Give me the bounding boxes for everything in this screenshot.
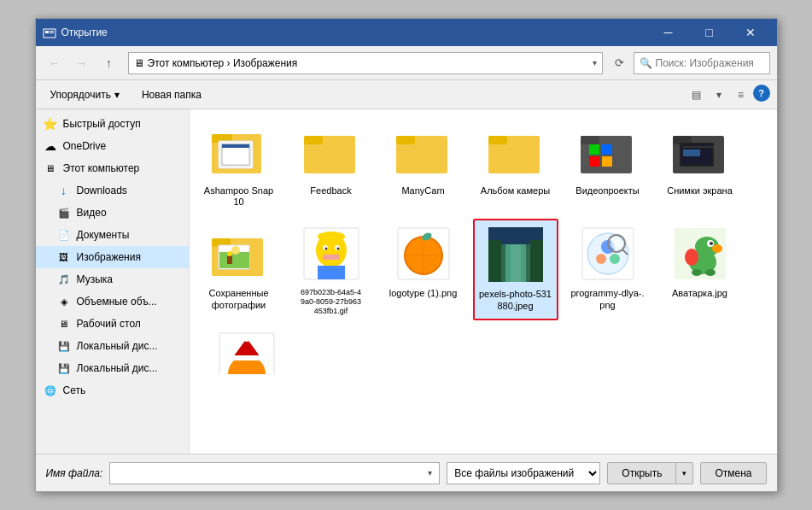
svg-rect-17 — [581, 136, 599, 144]
svg-point-74 — [692, 269, 702, 276]
sidebar-item-documents[interactable]: 📄 Документы — [36, 224, 189, 246]
file-item-avatarka[interactable]: Аватарка.jpg — [657, 219, 743, 319]
screenshots-label: Снимки экрана — [667, 185, 733, 196]
sidebar-item-label: Локальный диc... — [77, 362, 158, 374]
feedback-icon — [301, 120, 362, 182]
file-item-programmy[interactable]: programmy-dlya-.png — [565, 219, 651, 319]
minimize-button[interactable]: ─ — [649, 19, 688, 46]
svg-rect-26 — [683, 146, 714, 148]
file-item-saved-photos[interactable]: Сохраненныефотографии — [196, 219, 282, 319]
search-input[interactable] — [656, 57, 784, 69]
sidebar-item-3d[interactable]: ◈ Объемные объ... — [36, 290, 189, 313]
programmy-icon — [577, 223, 639, 284]
svg-rect-41 — [323, 255, 340, 260]
local-c-icon: 💾 — [56, 341, 72, 352]
file-item-gif[interactable]: 697b023b-64a5-49a0-8059-27b963453fb1.gif — [289, 219, 374, 319]
file-item-album[interactable]: Альбом камеры — [473, 116, 558, 212]
sidebar-item-label: OneDrive — [63, 140, 107, 152]
organize-button[interactable]: Упорядочить ▾ — [43, 84, 127, 106]
svg-rect-20 — [589, 156, 599, 167]
svg-point-40 — [336, 248, 339, 250]
sidebar-item-label: Музыка — [77, 273, 113, 285]
open-button-group: Открыть ▾ — [607, 462, 693, 484]
refresh-button[interactable]: ⟳ — [610, 53, 630, 73]
back-button[interactable]: ← — [43, 53, 67, 73]
sidebar-item-network[interactable]: 🌐 Сеть — [36, 379, 189, 402]
main-area: ⭐ Быстрый доступ ☁ OneDrive 🖥 Этот компь… — [36, 109, 777, 454]
sidebar-item-label: Видео — [77, 207, 107, 219]
close-button[interactable]: ✕ — [731, 19, 770, 46]
search-box: 🔍 — [634, 52, 770, 74]
manycam-label: ManyCam — [401, 185, 444, 196]
view-button-dropdown[interactable]: ▾ — [709, 85, 729, 105]
sidebar-item-label: Сеть — [63, 384, 86, 396]
maximize-button[interactable]: □ — [690, 19, 729, 46]
address-dropdown-icon[interactable]: ▾ — [593, 58, 597, 67]
window-icon — [43, 26, 56, 39]
sidebar-item-downloads[interactable]: ↓ Downloads — [36, 179, 189, 202]
up-button[interactable]: ↑ — [97, 53, 121, 73]
window-title: Открытие — [61, 26, 649, 38]
svg-rect-31 — [219, 252, 249, 268]
svg-rect-18 — [589, 144, 599, 155]
svg-rect-33 — [227, 255, 232, 264]
vidproj-label: Видеопроекты — [575, 185, 639, 196]
svg-point-80 — [243, 335, 250, 342]
svg-rect-45 — [318, 266, 345, 279]
address-bar[interactable]: 🖥 Этот компьютер › Изображения ▾ — [128, 52, 603, 74]
view-button-grid[interactable]: ▤ — [686, 85, 707, 105]
svg-rect-57 — [511, 244, 521, 282]
file-item-manycam[interactable]: ManyCam — [381, 116, 466, 212]
file-item-pexels[interactable]: pexels-photo-531880.jpeg — [473, 219, 558, 319]
file-item-vidproj[interactable]: Видеопроекты — [565, 116, 651, 212]
filename-label: Имя файла: — [46, 467, 103, 479]
sidebar-item-label: Объемные объ... — [77, 296, 157, 308]
svg-point-72 — [710, 242, 713, 245]
view-button-details[interactable]: ≡ — [731, 85, 751, 105]
file-item-logotype[interactable]: logotype (1).png — [381, 219, 466, 319]
filename-input[interactable] — [114, 467, 424, 479]
sidebar-item-onedrive[interactable]: ☁ OneDrive — [36, 135, 189, 157]
images-icon: 🖼 — [56, 252, 72, 262]
help-button[interactable]: ? — [753, 85, 770, 102]
svg-point-61 — [596, 254, 606, 264]
file-item-orange-hat[interactable] — [196, 327, 282, 382]
local-d-icon: 💾 — [56, 363, 72, 374]
organize-label: Упорядочить — [50, 89, 111, 101]
logotype-icon — [393, 223, 454, 284]
sidebar-item-desktop[interactable]: 🖥 Рабочий стол — [36, 313, 189, 335]
sidebar-item-quick-access[interactable]: ⭐ Быстрый доступ — [36, 113, 189, 135]
orange-hat-icon — [216, 331, 277, 374]
svg-rect-13 — [396, 136, 415, 144]
search-icon: 🔍 — [640, 57, 652, 69]
pexels-icon — [485, 224, 546, 285]
svg-point-62 — [610, 254, 620, 264]
video-icon: 🎬 — [56, 208, 72, 219]
svg-rect-11 — [304, 136, 323, 144]
file-item-ashampoo[interactable]: Ashampoo Snap10 — [196, 116, 282, 212]
svg-rect-15 — [488, 136, 507, 144]
svg-point-39 — [324, 248, 327, 250]
open-button[interactable]: Открыть — [607, 462, 676, 484]
svg-rect-1 — [45, 31, 49, 33]
sidebar-item-local-d[interactable]: 💾 Локальный диc... — [36, 357, 189, 379]
svg-rect-27 — [683, 149, 700, 156]
forward-button[interactable]: → — [70, 53, 94, 73]
sidebar-item-local-c[interactable]: 💾 Локальный диc... — [36, 335, 189, 357]
sidebar-item-label: Изображения — [77, 251, 141, 263]
filetype-select[interactable]: Все файлы изображений — [447, 462, 600, 484]
filename-dropdown-icon[interactable]: ▾ — [424, 468, 435, 478]
sidebar-item-this-computer[interactable]: 🖥 Этот компьютер — [36, 157, 189, 179]
sidebar-item-video[interactable]: 🎬 Видео — [36, 202, 189, 224]
sidebar-item-images[interactable]: 🖼 Изображения — [36, 246, 189, 268]
ashampoo-icon — [208, 120, 270, 182]
open-dropdown-button[interactable]: ▾ — [676, 462, 693, 484]
file-item-feedback[interactable]: Feedback — [289, 116, 374, 212]
action-toolbar: Упорядочить ▾ Новая папка ▤ ▾ ≡ ? — [36, 80, 777, 109]
file-item-screenshots[interactable]: Снимки экрана — [657, 116, 743, 212]
avatarka-icon — [669, 223, 731, 284]
cancel-button[interactable]: Отмена — [700, 462, 766, 484]
svg-point-75 — [705, 269, 716, 276]
sidebar-item-music[interactable]: 🎵 Музыка — [36, 268, 189, 290]
new-folder-button[interactable]: Новая папка — [134, 84, 209, 106]
